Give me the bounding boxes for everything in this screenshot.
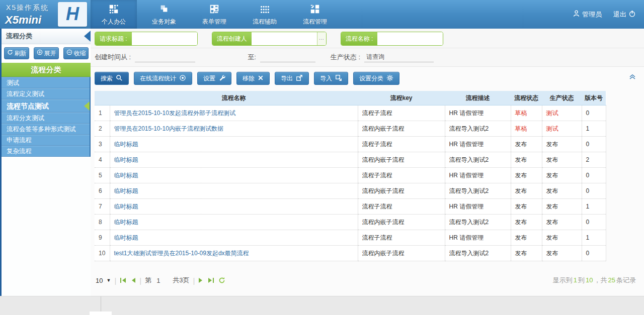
total-pages: 共3页: [173, 276, 189, 285]
table-row[interactable]: 3临时标题流程子流程HR 请假管理发布发布0: [95, 137, 606, 152]
import-button[interactable]: 导入: [314, 72, 348, 85]
first-page-icon[interactable]: [120, 277, 126, 283]
sidebar-item-4[interactable]: 流程分支测试: [2, 113, 90, 124]
version-cell: 0: [582, 137, 606, 152]
sidebar-item-5[interactable]: 流程会签等多种形式测试: [2, 124, 90, 135]
tab-business-objects[interactable]: 业务对象: [141, 0, 187, 29]
sidebar-item-3[interactable]: 流程节点测试: [2, 99, 90, 113]
reload-icon[interactable]: [218, 277, 225, 284]
column-header[interactable]: 生产状态: [542, 91, 582, 106]
export-button[interactable]: 导出: [275, 72, 309, 85]
table-row[interactable]: 8临时标题流程内嵌子流程流程导入测试2发布发布0: [95, 215, 606, 230]
summary-total: 25: [608, 276, 615, 284]
tab-personal-office[interactable]: 个人办公: [91, 0, 137, 29]
process-name-link[interactable]: 临时标题: [114, 172, 138, 179]
column-header[interactable]: 流程名称: [110, 91, 358, 106]
process-name-link[interactable]: 临时标题: [114, 187, 138, 194]
summary-text: 到: [578, 276, 585, 284]
row-number-cell: 2: [95, 121, 110, 137]
wrench-icon: [218, 74, 225, 83]
table-row[interactable]: 6临时标题流程内嵌子流程流程导入测试2发布发布0: [95, 183, 606, 199]
settings-button[interactable]: 设置: [197, 72, 231, 85]
table-row[interactable]: 4临时标题流程内嵌子流程流程导入测试2发布发布2: [95, 152, 606, 168]
sidebar-item-6[interactable]: 申请流程: [2, 135, 90, 146]
process-name-cell: 临时标题: [110, 215, 358, 230]
process-creator-input[interactable]: [252, 32, 317, 45]
caret-down-icon: ▼: [106, 278, 111, 283]
tab-process-assist[interactable]: 流程辅助: [242, 0, 288, 29]
process-key-cell: 流程子流程: [358, 168, 445, 183]
button-label: 导入: [320, 74, 332, 83]
current-user[interactable]: 管理员: [573, 10, 602, 19]
version-cell: 1: [582, 230, 606, 246]
button-label: 设置分类: [359, 74, 383, 83]
process-key-cell: 流程子流程: [358, 230, 445, 246]
table-row[interactable]: 9临时标题流程子流程HR 请假管理发布发布1: [95, 230, 606, 246]
logout-button[interactable]: 退出: [613, 10, 636, 19]
search-button[interactable]: 搜索: [95, 72, 129, 85]
table-row[interactable]: 1管理员在2015-10-10发起流程外部子流程测试流程子流程HR 请假管理草稿…: [95, 106, 606, 121]
online-process-stats-button[interactable]: 在线流程统计: [134, 72, 192, 85]
process-name-cell: 临时标题: [110, 183, 358, 199]
process-name-link[interactable]: 临时标题: [114, 141, 138, 148]
process-desc-cell: 流程导入测试2: [445, 121, 511, 137]
sidebar-list: 测试流程定义测试流程节点测试流程分支测试流程会签等多种形式测试申请流程复杂流程: [2, 77, 91, 157]
process-key-cell: 流程内嵌子流程: [358, 152, 445, 168]
process-name-field: 流程名称 :: [341, 32, 444, 46]
date-to-input[interactable]: [260, 53, 315, 62]
current-page-input[interactable]: [155, 276, 169, 285]
process-key-cell: 流程子流程: [358, 137, 445, 152]
set-category-button[interactable]: 设置分类: [353, 72, 399, 85]
page-size-select[interactable]: 10 ▼: [96, 277, 111, 284]
process-key-cell: 流程内嵌子流程: [358, 215, 445, 230]
tab-process-management[interactable]: 流程管理: [292, 0, 338, 29]
user-area: 管理员 退出: [573, 0, 636, 29]
remove-button[interactable]: 移除: [236, 72, 270, 85]
prod-status-cell: 发布: [542, 152, 582, 168]
prev-page-icon[interactable]: [130, 277, 136, 283]
next-page-icon[interactable]: [198, 277, 204, 283]
creator-picker-button[interactable]: …: [317, 32, 326, 45]
table-row[interactable]: 2管理员在2015-10-10内嵌子流程测试数据流程内嵌子流程流程导入测试2草稿…: [95, 121, 606, 137]
button-label: 移除: [243, 74, 255, 83]
process-name-link[interactable]: 临时标题: [114, 219, 138, 226]
arrow-left-icon[interactable]: [84, 31, 91, 42]
expand-button[interactable]: 展开: [34, 47, 59, 59]
footer-resize-handle[interactable]: [90, 311, 112, 315]
chevron-up-icon[interactable]: [629, 73, 636, 82]
summary-from: 1: [574, 276, 577, 284]
table-header-row: 流程名称流程key流程描述流程状态生产状态版本号: [95, 91, 606, 106]
table-row[interactable]: 10test1大雄测试管理员在2015-10-09发起dx最简流程流程内嵌子流程…: [95, 246, 606, 261]
process-name-link[interactable]: 管理员在2015-10-10内嵌子流程测试数据: [114, 125, 223, 132]
tab-form-management[interactable]: 表单管理: [191, 0, 237, 29]
date-from-label: 创建时间从 :: [95, 53, 131, 62]
sidebar-item-7[interactable]: 复杂流程: [2, 146, 90, 157]
process-name-link[interactable]: test1大雄测试管理员在2015-10-09发起dx最简流程: [114, 250, 249, 257]
last-page-icon[interactable]: [208, 277, 214, 283]
column-header[interactable]: 流程描述: [445, 91, 511, 106]
collapse-button[interactable]: 收缩: [63, 47, 89, 59]
process-name-link[interactable]: 临时标题: [114, 203, 138, 210]
column-header[interactable]: 流程key: [358, 91, 445, 106]
process-status-cell: 发布: [511, 168, 542, 183]
table-row[interactable]: 7临时标题流程子流程HR 请假管理发布发布1: [95, 199, 606, 215]
h-logo: H: [58, 2, 87, 27]
process-name-link[interactable]: 管理员在2015-10-10发起流程外部子流程测试: [114, 110, 235, 117]
power-icon: [628, 10, 636, 19]
table-row[interactable]: 5临时标题流程子流程HR 请假管理发布发布0: [95, 168, 606, 183]
sidebar-item-2[interactable]: 流程定义测试: [2, 88, 90, 99]
process-desc-cell: 流程导入测试2: [445, 152, 511, 168]
request-title-input[interactable]: [132, 32, 197, 45]
process-name-input[interactable]: [377, 32, 443, 45]
column-header[interactable]: 流程状态: [511, 91, 542, 106]
summary-text: ，共: [594, 276, 607, 284]
process-status-cell: 发布: [511, 199, 542, 215]
prod-status-input[interactable]: [364, 53, 434, 62]
sidebar-item-1[interactable]: 测试: [2, 77, 90, 88]
prod-status-cell: 发布: [542, 246, 582, 261]
date-from-input[interactable]: [135, 53, 195, 62]
process-name-link[interactable]: 临时标题: [114, 156, 138, 163]
refresh-button[interactable]: 刷新: [4, 47, 29, 59]
column-header[interactable]: 版本号: [582, 91, 606, 106]
process-name-link[interactable]: 临时标题: [114, 234, 138, 241]
